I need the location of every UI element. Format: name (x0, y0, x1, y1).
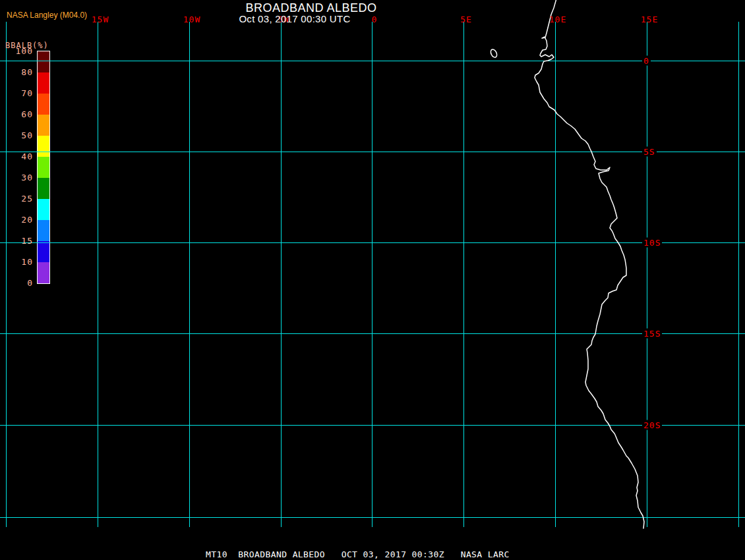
colorbar-tick-label: 30 (8, 173, 33, 182)
colorbar-tick-label: 80 (8, 68, 33, 77)
colorbar-segment (38, 178, 49, 199)
colorbar-segment (38, 199, 49, 220)
longitude-label: 15E (641, 14, 658, 24)
timestamp: Oct 03, 2017 00:30 UTC (239, 13, 350, 24)
latitude-label: 0 (642, 56, 651, 66)
colorbar-segment (38, 262, 49, 283)
parallel-gridline (0, 61, 745, 61)
nasa-langley-credit: NASA Langley (M04.0) (7, 11, 87, 20)
map-canvas (0, 0, 745, 560)
colorbar-segment (38, 115, 49, 136)
colorbar-tick-label: 40 (8, 152, 33, 161)
meridian-gridline (6, 22, 7, 527)
longitude-label: 0 (372, 14, 378, 24)
parallel-gridline (0, 152, 745, 152)
meridian-gridline (189, 22, 190, 527)
footer-caption: MT10 BROADBAND ALBEDO OCT 03, 2017 00:30… (206, 549, 510, 559)
colorbar-segment (38, 94, 49, 115)
colorbar-tick-label: 70 (8, 89, 33, 98)
meridian-gridline (98, 22, 98, 527)
latitude-label: 15S (642, 329, 662, 339)
parallel-gridline (0, 333, 745, 334)
meridian-gridline (738, 22, 739, 527)
colorbar-segment (38, 157, 49, 178)
colorbar-tick-label: 100 (8, 47, 33, 56)
colorbar-segment (38, 51, 49, 72)
sao-tome-island-icon (489, 48, 498, 58)
colorbar-tick-label: 25 (8, 194, 33, 204)
colorbar-segment (38, 220, 49, 241)
meridian-gridline (647, 22, 647, 527)
colorbar-segment (38, 136, 49, 157)
colorbar-tick-label: 10 (8, 258, 33, 267)
meridian-gridline (463, 22, 464, 527)
meridian-gridline (555, 22, 556, 527)
latitude-label: 10S (642, 238, 662, 248)
meridian-gridline (372, 22, 372, 527)
colorbar-tick-label: 20 (8, 215, 33, 225)
parallel-gridline (0, 242, 745, 243)
meridian-gridline (281, 22, 282, 527)
longitude-label: 15W (92, 14, 109, 24)
colorbar-segment (38, 241, 49, 262)
latitude-label: 5S (642, 147, 657, 157)
latitude-label: 20S (642, 420, 662, 430)
longitude-label: 10E (549, 14, 566, 24)
colorbar-tick-label: 15 (8, 237, 33, 246)
colorbar-tick-label: 60 (8, 110, 33, 119)
albedo-map-screen: NASA Langley (M04.0) BROADBAND ALBEDO Oc… (0, 0, 745, 560)
parallel-gridline (0, 517, 745, 518)
colorbar-tick-label: 50 (8, 131, 33, 140)
colorbar-tick-label: 0 (8, 279, 33, 288)
longitude-label: 10W (183, 14, 200, 24)
longitude-label: 5E (460, 14, 472, 24)
africa-coastline (535, 0, 644, 528)
parallel-gridline (0, 425, 745, 426)
colorbar-segment (38, 72, 49, 94)
